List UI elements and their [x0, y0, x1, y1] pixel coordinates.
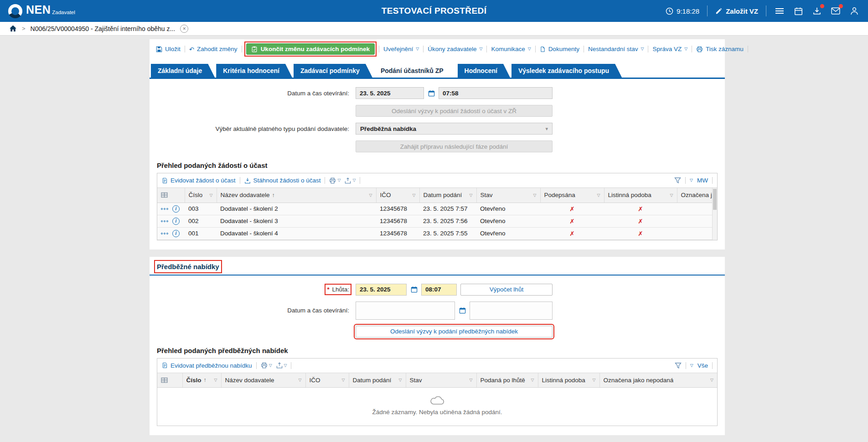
col-stav[interactable]: Stav▽ — [476, 188, 540, 203]
print-grid-button[interactable]: ▽ — [329, 177, 341, 184]
tab-kriteria-hodnoceni[interactable]: Kritéria hodnocení — [216, 64, 292, 78]
menu-button[interactable] — [774, 5, 785, 16]
finish-change-button[interactable]: Ukončit změnu zadávacích podmínek — [246, 43, 375, 55]
col-podana-po-lhute[interactable]: Podaná po lhůtě▽ — [476, 373, 538, 388]
opening-date-input[interactable] — [356, 302, 455, 320]
profile-button[interactable] — [849, 5, 860, 16]
col-listinna-podoba[interactable]: Listinná podoba▽ — [604, 188, 677, 203]
row-info-icon[interactable]: i — [172, 230, 180, 237]
printer-icon — [261, 362, 268, 369]
col-stav[interactable]: Stav▽ — [406, 373, 476, 388]
export-grid-button[interactable]: ▽ — [345, 177, 356, 184]
row-info-icon[interactable]: i — [172, 218, 180, 225]
date-picker-button[interactable] — [408, 284, 420, 296]
col-ico[interactable]: IČO▽ — [305, 373, 349, 388]
communication-menu[interactable]: Komunikace ▽ — [491, 46, 531, 52]
deadline-date-input[interactable]: 23. 5. 2025 — [356, 284, 407, 296]
tab-zadavaci-podminky[interactable]: Zadávací podmínky — [294, 64, 372, 78]
col-datum-podani[interactable]: Datum podání▽ — [419, 188, 476, 203]
col-nazev-dodavatele[interactable]: Název dodavatele↑▽ — [217, 188, 376, 203]
row-info-icon[interactable]: i — [172, 205, 180, 213]
deadline-time-input[interactable]: 08:07 — [421, 284, 457, 296]
save-button[interactable]: Uložit — [156, 46, 181, 52]
register-request-button[interactable]: Evidovat žádost o účast — [162, 177, 236, 184]
nonstandard-state-menu[interactable]: Nestandardní stav ▽ — [588, 46, 644, 52]
view-caret-icon[interactable]: ▽ — [690, 364, 693, 368]
row-more-icon[interactable] — [161, 233, 169, 234]
row-more-icon[interactable] — [161, 220, 169, 222]
calendar-icon — [428, 90, 435, 97]
col-cislo[interactable]: Číslo▽ — [185, 188, 217, 203]
col-cislo[interactable]: Číslo↑▽ — [182, 373, 221, 388]
column-filter-icon[interactable]: ▽ — [369, 193, 372, 198]
column-filter-icon[interactable]: ▽ — [531, 378, 534, 382]
row-more-icon[interactable] — [161, 208, 169, 210]
column-filter-icon[interactable]: ▽ — [413, 193, 416, 198]
opening-time-input[interactable]: 07:58 — [439, 87, 553, 99]
nen-logo[interactable]: NEN Zadavatel — [8, 4, 75, 18]
column-filter-icon[interactable]: ▽ — [299, 378, 302, 382]
filter-button[interactable] — [675, 362, 682, 369]
create-vz-button[interactable]: Založit VZ — [715, 7, 758, 15]
opening-date-input[interactable]: 23. 5. 2025 — [356, 87, 424, 99]
table-row[interactable]: i 003 Dodavatel - školení 2 12345678 23.… — [157, 203, 717, 215]
col-listinna-podoba[interactable]: Listinná podoba▽ — [538, 373, 599, 388]
tab-zakladni-udaje[interactable]: Základní údaje — [151, 64, 215, 78]
col-podepsana[interactable]: Podepsána▽ — [540, 188, 604, 203]
filter-button[interactable] — [674, 177, 681, 184]
view-selector[interactable]: MW — [697, 177, 708, 184]
publishing-menu[interactable]: Uveřejnění ▽ — [383, 46, 419, 52]
column-filter-icon[interactable]: ▽ — [399, 378, 402, 382]
discard-changes-button[interactable]: ↶ Zahodit změny — [189, 46, 238, 53]
column-filter-icon[interactable]: ▽ — [470, 193, 473, 198]
tab-hodnoceni[interactable]: Hodnocení — [458, 64, 510, 78]
col-nazev-dodavatele[interactable]: Název dodavatele▽ — [221, 373, 305, 388]
column-filter-icon[interactable]: ▽ — [214, 378, 217, 382]
col-datum-podani[interactable]: Datum podání▽ — [349, 373, 406, 388]
empty-state-text: Žádné záznamy. Nebyla učiněna žádná podá… — [157, 409, 717, 416]
column-filter-icon[interactable]: ▽ — [710, 378, 713, 382]
send-participation-invite-button[interactable]: Odeslání výzvy k podání žádostí o účast … — [356, 105, 553, 117]
submission-type-select[interactable]: Předběžná nabídka ▾ — [356, 123, 553, 135]
table-row[interactable]: i 001 Dodavatel - školení 4 12345678 23.… — [157, 227, 717, 239]
view-selector[interactable]: Vše — [698, 362, 708, 369]
vz-admin-menu[interactable]: Správa VZ ▽ — [652, 46, 687, 52]
calendar-button[interactable] — [793, 5, 804, 16]
send-preliminary-invite-button[interactable]: Odeslání výzvy k podání předběžných nabí… — [356, 326, 553, 338]
preliminary-grid-toolbar: Evidovat předběžnou nabídku ▽ ▽ ▽ — [157, 359, 717, 373]
calc-deadlines-button[interactable]: Výpočet lhůt — [460, 284, 553, 296]
register-preliminary-offer-button[interactable]: Evidovat předběžnou nabídku — [162, 362, 252, 369]
contracting-acts-menu[interactable]: Úkony zadavatele ▽ — [428, 46, 482, 52]
column-filter-icon[interactable]: ▽ — [470, 378, 473, 382]
export-grid-button[interactable]: ▽ — [276, 362, 287, 369]
home-icon[interactable] — [9, 25, 17, 32]
col-oznacena[interactable]: Označena jako nepodaná▽ — [677, 188, 717, 203]
next-phase-button[interactable]: Zahájit přípravu následující fáze podání — [356, 140, 553, 152]
col-ico[interactable]: IČO▽ — [376, 188, 419, 203]
view-caret-icon[interactable]: ▽ — [690, 178, 693, 182]
column-filter-icon[interactable]: ▽ — [593, 378, 596, 382]
column-filter-icon[interactable]: ▽ — [597, 193, 600, 198]
column-filter-icon[interactable]: ▽ — [670, 193, 673, 198]
toolbar-divider — [325, 177, 325, 184]
print-record-button[interactable]: Tisk záznamu — [696, 46, 744, 52]
table-row[interactable]: i 002 Dodavatel - školení 3 12345678 23.… — [157, 215, 717, 227]
documents-button[interactable]: Dokumenty — [540, 46, 579, 52]
close-record-icon[interactable]: × — [180, 25, 188, 33]
downloads-button[interactable] — [811, 5, 822, 16]
breadcrumb-item[interactable]: N006/25/V00004950 - Zajištění interního … — [31, 25, 176, 32]
opening-time-input[interactable] — [470, 302, 553, 320]
tab-podani-ucastniku[interactable]: Podání účastníků ZP — [374, 64, 456, 78]
messages-button[interactable] — [830, 5, 841, 16]
date-picker-button[interactable] — [425, 87, 437, 99]
column-filter-icon[interactable]: ▽ — [342, 378, 345, 382]
date-picker-button[interactable] — [456, 305, 468, 317]
col-oznacena[interactable]: Označena jako nepodaná▽ — [599, 373, 717, 388]
download-requests-button[interactable]: Stáhnout žádosti o účast — [244, 177, 321, 184]
scrollbar-thumb[interactable] — [713, 189, 717, 210]
column-filter-icon[interactable]: ▽ — [210, 193, 213, 198]
print-grid-button[interactable]: ▽ — [261, 362, 272, 369]
tab-vysledek[interactable]: Výsledek zadávacího postupu — [512, 64, 622, 78]
vertical-scrollbar[interactable] — [712, 188, 717, 240]
column-filter-icon[interactable]: ▽ — [533, 193, 537, 198]
